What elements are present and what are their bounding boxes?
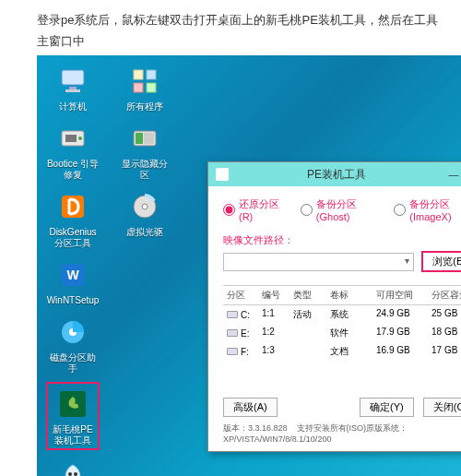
desktop-icon-virtualcd[interactable]: 虚拟光驱 bbox=[118, 188, 171, 238]
advanced-button[interactable]: 高级(A) bbox=[223, 398, 278, 417]
icon-label: 磁盘分区助手 bbox=[46, 352, 100, 375]
window-content: 还原分区 (R) 备份分区 (Ghost) 备份分区 (ImageX) 映像文件… bbox=[208, 186, 461, 451]
xmtpe-icon bbox=[54, 386, 91, 422]
disk-icon bbox=[227, 311, 238, 318]
icon-label: 计算机 bbox=[59, 101, 87, 113]
svg-rect-1 bbox=[69, 87, 77, 89]
icon-label: 新毛桃PE装机工具 bbox=[50, 424, 96, 446]
icon-label: WinNTSetup bbox=[47, 295, 100, 306]
desktop-icon-xmtpe[interactable]: 新毛桃PE装机工具 bbox=[46, 382, 100, 450]
desktop-icon-winntsetup[interactable]: WWinNTSetup bbox=[46, 256, 100, 306]
table-row[interactable]: E:1:2软件17.9 GB18 GB bbox=[223, 324, 461, 342]
partition-table: 分区 编号 类型 卷标 可用空间 分区容量 C:1:1活动系统24.9 GB25… bbox=[223, 285, 461, 361]
svg-rect-16 bbox=[134, 83, 143, 92]
svg-rect-4 bbox=[65, 135, 77, 142]
image-path-combobox[interactable] bbox=[223, 253, 414, 271]
svg-rect-0 bbox=[62, 70, 84, 85]
app-icon bbox=[216, 168, 229, 181]
svg-point-13 bbox=[74, 472, 77, 476]
winntsetup-icon: W bbox=[54, 256, 91, 293]
diskhelper-icon bbox=[54, 314, 91, 351]
window-footer: 版本：3.3.16.828 支持安装所有(ISO)原版系统：XP/VISTA/W… bbox=[223, 417, 461, 444]
table-header: 分区 编号 类型 卷标 可用空间 分区容量 bbox=[223, 286, 461, 305]
icon-label: Bootice 引导修复 bbox=[46, 159, 100, 181]
svg-point-5 bbox=[78, 137, 82, 140]
desktop-icon-bootice[interactable]: Bootice 引导修复 bbox=[46, 120, 100, 181]
svg-rect-15 bbox=[147, 70, 156, 79]
table-row[interactable]: F:1:3文档16.9 GB17 GB bbox=[223, 342, 461, 361]
table-row[interactable]: C:1:1活动系统24.9 GB25 GB bbox=[223, 305, 461, 324]
disk-icon bbox=[227, 348, 238, 355]
svg-rect-20 bbox=[144, 133, 154, 144]
svg-rect-14 bbox=[134, 70, 143, 79]
svg-point-22 bbox=[142, 204, 148, 209]
svg-text:W: W bbox=[66, 268, 79, 282]
desktop-icon-showhidden[interactable]: 显示隐藏分区 bbox=[118, 120, 171, 181]
desktop-icon-urun[interactable]: U手动运行 bbox=[46, 458, 100, 476]
bootice-icon bbox=[54, 120, 91, 157]
svg-point-12 bbox=[68, 472, 72, 476]
icon-label: 所有程序 bbox=[126, 101, 163, 113]
desktop-icon-programs[interactable]: 所有程序 bbox=[118, 63, 171, 113]
desktop-icon-diskgenius[interactable]: DiskGenius分区工具 bbox=[46, 188, 100, 249]
icon-label: 显示隐藏分区 bbox=[118, 159, 171, 181]
desktop-icons: 计算机Bootice 引导修复DiskGenius分区工具WWinNTSetup… bbox=[46, 63, 171, 476]
titlebar[interactable]: PE装机工具 — × bbox=[208, 162, 461, 186]
close-dialog-button[interactable]: 关闭(C) bbox=[423, 398, 461, 417]
mode-radios: 还原分区 (R) 备份分区 (Ghost) 备份分区 (ImageX) bbox=[223, 197, 461, 222]
image-path-label: 映像文件路径： bbox=[223, 233, 294, 247]
browse-button[interactable]: 浏览(B) bbox=[421, 251, 461, 272]
computer-icon bbox=[54, 63, 91, 100]
pe-tool-window: PE装机工具 — × 还原分区 (R) 备份分区 (Ghost) 备份分区 (I… bbox=[207, 161, 461, 452]
programs-icon bbox=[126, 63, 163, 100]
action-buttons: 高级(A) 确定(Y) 关闭(C) bbox=[223, 398, 461, 417]
svg-rect-17 bbox=[147, 83, 156, 92]
version-text: 版本：3.3.16.828 bbox=[223, 423, 288, 433]
doc-line1: 登录pe系统后，鼠标左键双击打开桌面上的新毛桃PE装机工具，然后在工具主窗口中 bbox=[37, 13, 438, 48]
desktop-icon-computer[interactable]: 计算机 bbox=[46, 63, 100, 113]
showhidden-icon bbox=[126, 120, 163, 157]
svg-rect-2 bbox=[65, 89, 80, 92]
minimize-button[interactable]: — bbox=[441, 165, 461, 184]
virtualcd-icon bbox=[126, 188, 163, 225]
diskgenius-icon bbox=[54, 188, 91, 225]
desktop: 计算机Bootice 引导修复DiskGenius分区工具WWinNTSetup… bbox=[37, 55, 461, 476]
desktop-icon-diskhelper[interactable]: 磁盘分区助手 bbox=[46, 314, 100, 375]
radio-backup-ghost[interactable]: 备份分区 (Ghost) bbox=[301, 197, 378, 222]
window-title: PE装机工具 bbox=[232, 167, 441, 183]
icon-label: DiskGenius分区工具 bbox=[46, 227, 100, 249]
disk-icon bbox=[227, 329, 238, 337]
svg-rect-19 bbox=[136, 133, 143, 144]
radio-backup-imagex[interactable]: 备份分区 (ImageX) bbox=[394, 197, 461, 222]
urun-icon bbox=[54, 458, 91, 476]
ok-button[interactable]: 确定(Y) bbox=[360, 398, 414, 417]
radio-restore[interactable]: 还原分区 (R) bbox=[223, 197, 284, 222]
icon-label: 虚拟光驱 bbox=[126, 227, 163, 238]
